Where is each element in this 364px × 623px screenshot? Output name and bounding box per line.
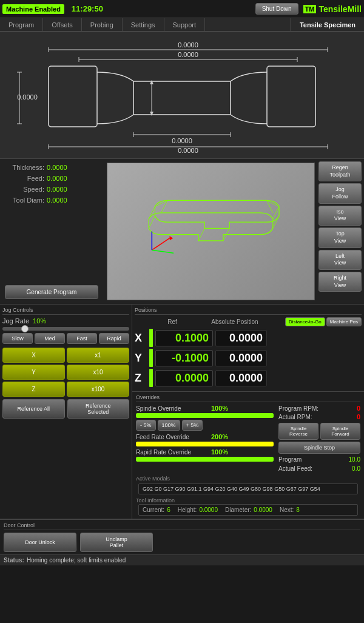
jog-x-button[interactable]: X	[2, 348, 65, 363]
reference-selected-button[interactable]: ReferenceSelected	[67, 399, 130, 419]
rapid-button[interactable]: Rapid	[99, 333, 129, 344]
current-tool-field: Current: 6	[143, 507, 170, 513]
active-modals-section: Active Modals G92 G0 G17 G90 G91.1 G94 G…	[135, 476, 362, 496]
right-view-button[interactable]: RightView	[318, 272, 362, 292]
jog-rate-slider[interactable]	[2, 327, 129, 331]
active-modals-value: G92 G0 G17 G90 G91.1 G94 G20 G40 G49 G80…	[138, 483, 358, 494]
x-axis-label: X	[135, 332, 147, 345]
jog-z-button[interactable]: Z	[2, 382, 65, 397]
spindle-direction-buttons: SpindleReverse SpindleForward	[278, 423, 360, 440]
actual-rpm-row: Actual RPM: 0	[278, 413, 360, 420]
jog-controls-panel: Jog Controls Jog Rate 10% Slow Med Fast …	[0, 305, 132, 519]
nav-item-offsets[interactable]: Offsets	[43, 18, 82, 31]
actual-rpm-label: Actual RPM:	[278, 414, 312, 420]
nav-item-program[interactable]: Program	[0, 18, 43, 31]
left-view-button[interactable]: LeftView	[318, 250, 362, 270]
jog-follow-button[interactable]: JogFollow	[318, 183, 362, 203]
spindle-override-row: Spindle Override 100%	[136, 405, 274, 412]
drawing-section: 0.0000 0.0000 0.0000 0.0000 0.0000	[0, 32, 364, 159]
spindle-100-button[interactable]: 100%	[158, 420, 180, 431]
program-rpm-value: 0	[357, 405, 360, 412]
spindle-minus5-button[interactable]: - 5%	[136, 420, 156, 431]
program-rpm-row: Program RPM: 0	[278, 405, 360, 412]
spindle-plus5-button[interactable]: + 5%	[182, 420, 203, 431]
y-axis-label: Y	[135, 352, 147, 365]
speed-buttons: Slow Med Fast Rapid	[2, 333, 129, 344]
nav-item-probing[interactable]: Probing	[82, 18, 123, 31]
logo: TM TensileMill	[303, 4, 362, 14]
header: Machine Enabled 11:29:50 Shut Down TM Te…	[0, 0, 364, 18]
unclamp-pallet-button[interactable]: UnclampPallet	[80, 533, 153, 552]
diameter-value: 0.0000	[254, 507, 272, 513]
x-axis-row: X 0.1000 0.0000	[135, 329, 362, 347]
spindle-stop-button[interactable]: Spindle Stop	[278, 442, 360, 454]
active-modals-label: Active Modals	[135, 476, 362, 482]
thickness-value: 0.0000	[47, 164, 67, 171]
next-value: 8	[296, 507, 300, 513]
program-feed-value: 10.0	[349, 456, 360, 463]
nav-item-support[interactable]: Support	[164, 18, 206, 31]
z-axis-row: Z 0.0000 0.0000	[135, 369, 362, 387]
spindle-forward-button[interactable]: SpindleForward	[320, 423, 360, 440]
top-view-button[interactable]: TopView	[318, 227, 362, 248]
shutdown-button[interactable]: Shut Down	[255, 3, 298, 15]
svg-marker-26	[150, 112, 153, 116]
actual-feed-label: Actual Feed:	[278, 465, 312, 472]
x-axis-indicator	[149, 329, 153, 347]
tensile-drawing: 0.0000 0.0000 0.0000 0.0000 0.0000	[6, 38, 358, 155]
height-tool-field: Height: 0.0000	[178, 507, 218, 513]
machine-pos-toggle[interactable]: Machine Pos	[326, 317, 362, 326]
nav-item-settings[interactable]: Settings	[123, 18, 164, 31]
door-control-title: Door Control	[4, 522, 360, 530]
positions-header: Ref Absolute Position Distance-to-Go Mac…	[135, 317, 362, 326]
feed-override-bar-wrap	[136, 442, 274, 446]
positions-panel: Positions Ref Absolute Position Distance…	[132, 305, 364, 391]
fast-button[interactable]: Fast	[67, 333, 97, 344]
generate-program-button[interactable]: Generate Program	[5, 285, 98, 299]
rapid-override-bar-wrap	[136, 457, 274, 462]
jog-rate-row: Jog Rate 10%	[2, 317, 129, 325]
position-toggle-buttons: Distance-to-Go Machine Pos	[285, 317, 362, 326]
svg-text:0.0000: 0.0000	[17, 93, 38, 101]
y-dtg-value: 0.0000	[215, 350, 267, 366]
jog-x10-button[interactable]: x10	[67, 365, 129, 380]
svg-text:0.0000: 0.0000	[178, 51, 198, 58]
thickness-row: Thickness: 0.0000	[5, 164, 98, 171]
y-axis-row: Y -0.1000 0.0000	[135, 349, 362, 367]
jog-x1-button[interactable]: x1	[67, 348, 129, 363]
tool-info-label: Tool Information	[135, 497, 362, 503]
tool-info-bar: Current: 6 Height: 0.0000 Diameter: 0.00…	[138, 504, 358, 516]
z-axis-label: Z	[135, 372, 147, 385]
jog-y-button[interactable]: Y	[2, 365, 65, 380]
slider-track	[2, 327, 129, 331]
rapid-override-pct: 100%	[211, 448, 233, 456]
ref-col-label: Ref	[166, 318, 178, 325]
door-buttons: Door Unlock UnclampPallet	[4, 533, 360, 552]
iso-view-button[interactable]: IsoView	[318, 206, 362, 226]
feed-override-pct: 200%	[211, 433, 233, 440]
regen-toolpath-button[interactable]: RegenToolpath	[318, 161, 362, 181]
jog-controls-title: Jog Controls	[2, 307, 129, 315]
status-label: Status:	[4, 557, 24, 564]
diameter-tool-field: Diameter: 0.0000	[225, 507, 272, 513]
jog-x100-button[interactable]: x100	[67, 382, 129, 397]
jog-rate-label: Jog Rate	[2, 317, 29, 325]
actual-rpm-value: 0	[357, 413, 360, 420]
med-button[interactable]: Med	[35, 333, 65, 344]
reference-all-button[interactable]: Reference All	[2, 399, 65, 419]
current-tool-label: Current:	[143, 507, 164, 513]
rapid-override-bar	[136, 457, 274, 462]
program-rpm-label: Program RPM:	[278, 405, 318, 412]
spindle-reverse-button[interactable]: SpindleReverse	[278, 423, 318, 440]
feed-override-row: Feed Rate Override 200%	[136, 433, 274, 440]
spindle-override-pct: 100%	[211, 405, 233, 412]
z-dtg-value: 0.0000	[215, 370, 267, 386]
right-main-panel: Positions Ref Absolute Position Distance…	[132, 305, 364, 519]
door-unlock-button[interactable]: Door Unlock	[4, 533, 76, 552]
distance-to-go-toggle[interactable]: Distance-to-Go	[285, 317, 325, 326]
rapid-override-label: Rapid Rate Override	[136, 449, 209, 456]
tool-information-section: Tool Information Current: 6 Height: 0.00…	[135, 497, 362, 517]
nav-active-item[interactable]: Tensile Specimen	[291, 18, 364, 31]
rapid-override-row: Rapid Rate Override 100%	[136, 448, 274, 456]
slow-button[interactable]: Slow	[2, 333, 33, 344]
